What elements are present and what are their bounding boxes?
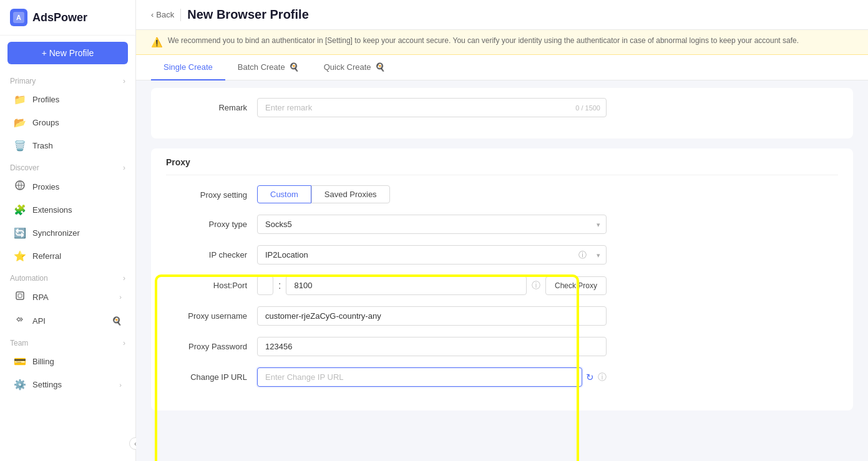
proxy-type-control: Socks5 HTTP HTTPS SOCKS4 ▾ (257, 215, 607, 234)
sidebar-item-label: Settings (32, 380, 62, 389)
batch-emoji: 🍳 (289, 62, 299, 72)
section-primary: Primary › (0, 70, 135, 88)
header-divider (180, 9, 181, 21)
tab-quick-create[interactable]: Quick Create 🍳 (311, 55, 397, 80)
change-ip-label: Change IP URL (166, 367, 247, 382)
remark-row: Remark 0 / 1500 (166, 98, 838, 117)
custom-proxy-button[interactable]: Custom (257, 185, 311, 203)
sidebar-item-label: Referral (32, 251, 61, 261)
host-port-label: Host:Port (166, 276, 247, 290)
proxy-username-input[interactable] (257, 306, 607, 326)
section-team: Team › (0, 332, 135, 350)
section-automation: Automation › (0, 268, 135, 285)
ip-checker-label: IP checker (166, 245, 247, 260)
sidebar-item-label: Profiles (32, 95, 59, 104)
billing-icon: 💳 (14, 356, 26, 367)
host-port-row: Host:Port : ⓘ Check Proxy (166, 276, 838, 295)
svg-rect-4 (18, 294, 22, 298)
extensions-icon: 🧩 (14, 204, 26, 216)
sidebar-item-label: Synchronizer (32, 228, 80, 238)
back-label: Back (156, 10, 174, 19)
remark-input[interactable] (257, 98, 607, 117)
svg-rect-3 (16, 292, 24, 299)
sidebar-item-api[interactable]: API 🍳 (4, 309, 132, 332)
back-button[interactable]: ‹ Back (151, 10, 174, 19)
proxy-type-select[interactable]: Socks5 HTTP HTTPS SOCKS4 (257, 215, 607, 234)
proxies-icon (14, 180, 26, 193)
proxy-username-control (257, 306, 607, 326)
svg-text:A: A (16, 14, 21, 21)
remark-control: 0 / 1500 (257, 98, 607, 117)
ip-checker-select-wrapper: IP2Location ipinfo.io ipapi.co ⓘ ▾ (257, 245, 607, 264)
proxy-toggle-group: Custom Saved Proxies (257, 185, 607, 203)
change-ip-info-icon[interactable]: ⓘ (598, 372, 607, 383)
proxy-password-input[interactable] (257, 337, 607, 356)
section-discover: Discover › (0, 157, 135, 175)
ip-checker-row: IP checker IP2Location ipinfo.io ipapi.c… (166, 245, 838, 264)
synchronizer-icon: 🔄 (14, 227, 26, 239)
remark-label: Remark (166, 98, 247, 112)
port-input[interactable] (286, 276, 527, 295)
proxy-password-control (257, 337, 607, 356)
sidebar-item-rpa[interactable]: RPA › (4, 285, 132, 309)
saved-proxies-button[interactable]: Saved Proxies (311, 185, 390, 203)
host-input[interactable] (257, 276, 273, 295)
remark-input-wrapper: 0 / 1500 (257, 98, 607, 117)
referral-icon: ⭐ (14, 250, 26, 262)
remark-section: Remark 0 / 1500 (151, 88, 853, 138)
content-area: Single Create Batch Create 🍳 Quick Creat… (136, 55, 868, 461)
logo-text: AdsPower (32, 11, 87, 24)
logo-area: A AdsPower (0, 0, 135, 36)
proxy-username-row: Proxy username (166, 306, 838, 326)
change-ip-row: Change IP URL ↻ ⓘ (166, 367, 838, 387)
sidebar: A AdsPower + New Profile Primary › 📁 Pro… (0, 0, 136, 461)
sidebar-item-label: Proxies (32, 182, 59, 192)
sidebar-item-label: Groups (32, 118, 59, 127)
api-icon (14, 314, 26, 327)
host-port-control: : ⓘ Check Proxy (257, 276, 607, 295)
host-port-info-icon[interactable]: ⓘ (532, 280, 540, 291)
change-ip-input[interactable] (257, 367, 582, 387)
sidebar-item-referral[interactable]: ⭐ Referral (4, 245, 132, 268)
rpa-icon (14, 291, 26, 303)
sidebar-item-settings[interactable]: ⚙️ Settings › (4, 373, 132, 396)
change-ip-control: ↻ ⓘ (257, 367, 607, 387)
tab-batch-create[interactable]: Batch Create 🍳 (225, 55, 311, 80)
tab-quick-label: Quick Create (324, 62, 371, 72)
sidebar-item-label: Billing (32, 357, 54, 366)
quick-emoji: 🍳 (375, 62, 385, 72)
proxy-section-title: Proxy (166, 148, 838, 175)
header: ‹ Back New Browser Profile (136, 0, 868, 30)
arrow-icon: › (119, 293, 122, 301)
main-area: ‹ Back New Browser Profile ⚠️ We recomme… (136, 0, 868, 461)
sidebar-item-profiles[interactable]: 📁 Profiles (4, 88, 132, 111)
refresh-icon[interactable]: ↻ (586, 372, 594, 383)
tab-single-create[interactable]: Single Create (151, 55, 225, 80)
profiles-icon: 📁 (14, 94, 26, 105)
api-badge: 🍳 (112, 316, 122, 326)
back-arrow-icon: ‹ (151, 10, 154, 19)
port-separator: : (278, 280, 281, 291)
tabs-bar: Single Create Batch Create 🍳 Quick Creat… (136, 55, 868, 80)
sidebar-item-synchronizer[interactable]: 🔄 Synchronizer (4, 221, 132, 245)
page-title: New Browser Profile (187, 7, 309, 22)
proxy-password-row: Proxy Password (166, 337, 838, 356)
proxy-setting-control: Custom Saved Proxies (257, 185, 607, 203)
host-port-input-group: : ⓘ Check Proxy (257, 276, 607, 295)
sidebar-item-groups[interactable]: 📂 Groups (4, 111, 132, 134)
proxy-setting-label: Proxy setting (166, 185, 247, 200)
proxy-type-label: Proxy type (166, 215, 247, 229)
sidebar-item-extensions[interactable]: 🧩 Extensions (4, 198, 132, 221)
sidebar-item-billing[interactable]: 💳 Billing (4, 350, 132, 373)
ip-checker-select[interactable]: IP2Location ipinfo.io ipapi.co (257, 245, 607, 264)
logo-icon: A (10, 9, 27, 26)
sidebar-item-proxies[interactable]: Proxies (4, 175, 132, 198)
warning-icon: ⚠️ (151, 37, 163, 48)
groups-icon: 📂 (14, 117, 26, 129)
sidebar-item-trash[interactable]: 🗑️ Trash (4, 134, 132, 157)
tab-single-label: Single Create (163, 62, 213, 72)
new-profile-button[interactable]: + New Profile (7, 42, 128, 64)
check-proxy-button[interactable]: Check Proxy (545, 276, 607, 295)
warning-bar: ⚠️ We recommend you to bind an authentic… (136, 30, 868, 55)
proxy-password-label: Proxy Password (166, 337, 247, 351)
